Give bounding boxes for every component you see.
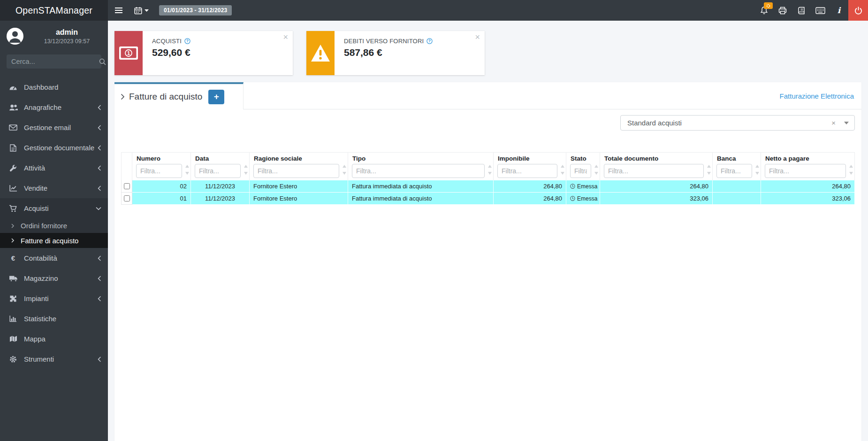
cell-totale-documento[interactable]: 323,06 [600,193,713,205]
cell-ragione-sociale[interactable]: Fornitore Estero [250,193,348,205]
sidebar-item-label: Acquisti [24,204,96,212]
sidebar-nav: Dashboard Anagrafiche Gestione email Ges… [0,77,108,369]
sort-icon[interactable] [185,165,189,175]
sort-icon[interactable] [343,165,346,175]
table-header-totale-documento[interactable]: Totale documento [600,152,713,180]
print-button[interactable] [773,0,792,21]
cell-banca[interactable] [713,180,761,193]
question-circle-icon[interactable]: ? [426,38,433,44]
filter-input-ragione-sociale[interactable] [253,164,339,178]
sidebar-search[interactable] [7,54,101,69]
date-range-badge[interactable]: 01/01/2023 - 31/12/2023 [159,5,232,15]
sort-icon[interactable] [755,165,759,175]
user-panel[interactable]: admin 13/12/2023 09:57 [0,21,108,50]
card-label: ACQUISTI [152,38,182,45]
sidebar-item-impianti[interactable]: Impianti [0,288,108,309]
sidebar-item-ordini-fornitore[interactable]: Ordini fornitore [0,218,108,233]
sidebar-item-gestione-email[interactable]: Gestione email [0,117,108,138]
sidebar-item-fatture-di-acquisto[interactable]: Fatture di acquisto [0,233,108,248]
cell-imponibile[interactable]: 264,80 [494,180,566,193]
add-invoice-button[interactable]: + [208,90,224,104]
sidebar-item-anagrafiche[interactable]: Anagrafiche [0,97,108,117]
info-button[interactable]: i [830,0,848,21]
sidebar-item-vendite[interactable]: Vendite [0,178,108,198]
user-name: admin [30,28,103,37]
cell-tipo[interactable]: Fattura immediata di acquisto [348,193,494,205]
sort-icon[interactable] [488,165,492,175]
cell-data[interactable]: 11/12/2023 [191,180,250,193]
filter-input-data[interactable] [195,164,241,178]
sidebar-item-gestione-documentale[interactable]: Gestione documentale [0,138,108,158]
sidebar-item-strumenti[interactable]: Strumenti [0,349,108,369]
sidebar-item-attivita[interactable]: Attività [0,158,108,178]
docs-button[interactable] [792,0,811,21]
table-header-data[interactable]: Data [191,152,250,180]
clear-select-icon[interactable]: × [831,119,836,127]
chevron-left-icon [96,125,101,131]
sidebar-item-magazzino[interactable]: Magazzino [0,268,108,288]
cell-totale-documento[interactable]: 264,80 [600,180,713,193]
table-header-tipo[interactable]: Tipo [348,152,494,180]
filter-input-numero[interactable] [136,164,182,178]
filter-input-imponibile[interactable] [497,164,557,178]
truck-icon [8,275,18,282]
cell-netto-a-pagare[interactable]: 264,80 [761,180,855,193]
sort-icon[interactable] [561,165,564,175]
card-label-row: DEBITI VERSO FORNITORI ? [344,38,433,45]
close-icon[interactable]: × [283,33,288,41]
logout-button[interactable] [848,0,868,21]
cell-banca[interactable] [713,193,761,205]
sidebar-item-dashboard[interactable]: Dashboard [0,77,108,97]
row-checkbox[interactable] [124,195,130,201]
table-header-ragione-sociale[interactable]: Ragione sociale [250,152,348,180]
sidebar-toggle-button[interactable] [109,0,129,21]
cell-data[interactable]: 11/12/2023 [191,193,250,205]
tab-fatture-di-acquisto[interactable]: Fatture di acquisto + [114,82,244,109]
card-value: 529,60 € [152,47,190,58]
question-circle-icon[interactable]: ? [184,38,190,44]
cell-imponibile[interactable]: 264,80 [494,193,566,205]
sidebar-group-acquisti: Acquisti Ordini fornitore Fatture di acq… [0,198,108,248]
period-picker-button[interactable] [129,0,154,21]
filter-input-banca[interactable] [716,164,752,178]
cell-netto-a-pagare[interactable]: 323,06 [761,193,855,205]
filter-input-totale-documento[interactable] [604,164,704,178]
close-icon[interactable]: × [475,33,480,41]
sidebar-item-acquisti[interactable]: Acquisti [0,198,108,218]
filter-input-stato[interactable] [570,164,591,178]
filter-input-tipo[interactable] [352,164,485,178]
cell-numero[interactable]: 01 [132,193,191,205]
sort-icon[interactable] [707,165,711,175]
table-header-banca[interactable]: Banca [713,152,761,180]
sort-icon[interactable] [244,165,248,175]
sort-icon[interactable] [594,165,598,175]
sidebar-item-contabilita[interactable]: € Contabilità [0,248,108,268]
search-input[interactable] [11,58,99,65]
cell-ragione-sociale[interactable]: Fornitore Estero [250,180,348,193]
cell-stato[interactable]: Emessa [566,193,600,205]
table-header-numero[interactable]: Numero [132,152,191,180]
sort-icon[interactable] [849,165,853,175]
chevron-left-icon [96,145,101,151]
chevron-left-icon [96,165,101,171]
select-caret-icon[interactable] [844,122,849,124]
notification-badge [764,2,773,9]
filter-input-netto-a-pagare[interactable] [765,164,846,178]
view-select[interactable]: Standard acquisti × [620,115,855,131]
table-header-stato[interactable]: Stato [566,152,600,180]
row-checkbox[interactable] [124,183,130,189]
cell-stato[interactable]: Emessa [566,180,600,193]
map-icon [8,335,18,342]
sidebar-item-statistiche[interactable]: Statistiche [0,309,108,329]
fatturazione-elettronica-link[interactable]: Fatturazione Elettronica [780,92,854,100]
search-icon[interactable] [99,58,106,65]
chevron-left-icon [96,356,101,362]
cell-tipo[interactable]: Fattura immediata di acquisto [348,180,494,193]
dashboard-icon [8,84,18,91]
table-header-imponibile[interactable]: Imponibile [494,152,566,180]
cell-numero[interactable]: 02 [132,180,191,193]
notifications-button[interactable] [754,0,773,21]
shortcuts-button[interactable] [811,0,830,21]
table-header-netto-a-pagare[interactable]: Netto a pagare [761,152,855,180]
sidebar-item-mappa[interactable]: Mappa [0,329,108,349]
